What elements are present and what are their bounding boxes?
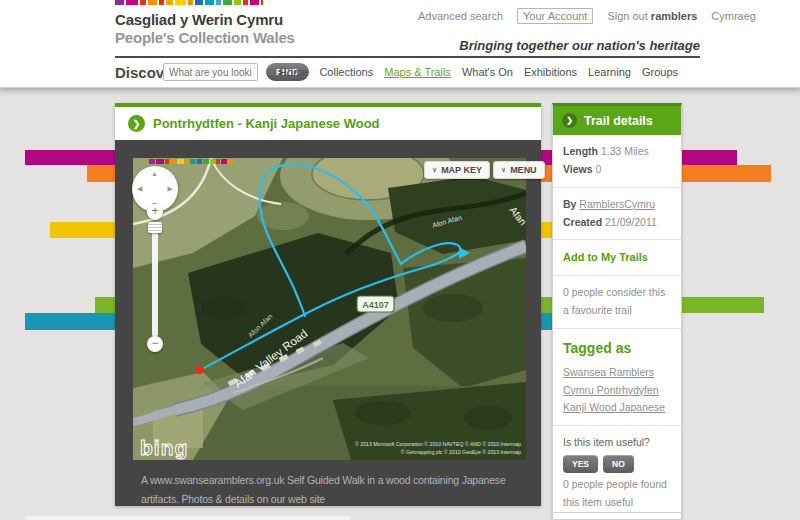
menu-label: MENU	[510, 165, 537, 175]
tagged-as-title: Tagged as	[563, 337, 671, 361]
trail-start-marker[interactable]	[196, 366, 204, 374]
your-account-link[interactable]: Your Account	[517, 8, 593, 24]
useful-no-button[interactable]: NO	[603, 455, 634, 473]
road-badge: A4107	[357, 296, 394, 312]
useful-section: Is this item useful? YESNO 0 people peop…	[553, 426, 681, 520]
next-sidebar-panel-edge	[552, 512, 682, 520]
stats-section: Length 1.33 Miles Views 0	[553, 135, 681, 188]
trail-panel: ❯ Pontrhydtfen - Kanji Japanese Wood	[115, 103, 541, 506]
map-copyright-line1: © 2013 Microsoft Corporation © 2010 NAVT…	[355, 441, 521, 447]
nav-item-collections[interactable]: Collections	[319, 66, 373, 78]
zoom-slider-track[interactable]	[152, 225, 158, 337]
nav-item-exhibitions[interactable]: Exhibitions	[524, 66, 577, 78]
trail-title: Pontrhydtfen - Kanji Japanese Wood	[153, 116, 380, 131]
zoom-in-button[interactable]: +	[147, 204, 163, 220]
map-satellite-view[interactable]: Afan Valley Road Afon Afan Afon Afan Afa…	[133, 158, 526, 460]
account-links: Advanced search Your Account Sign out ra…	[418, 8, 756, 24]
road-badge-text: A4107	[362, 300, 389, 310]
pan-up-icon[interactable]: ▲	[151, 170, 158, 177]
header-rainbow-stripe	[115, 0, 263, 5]
author-link[interactable]: RamblersCymru	[579, 198, 655, 210]
by-label: By	[563, 198, 576, 210]
map-rainbow-stripe	[149, 159, 235, 164]
map-terrain	[133, 158, 526, 460]
trail-description: A www.swansearamblers.org.uk Self Guided…	[141, 471, 533, 510]
chevron-glyph: ❯	[566, 116, 573, 125]
pan-right-icon[interactable]: ▶	[168, 185, 173, 193]
sidebar-header: ❯ Trail details	[553, 106, 681, 135]
nav-item-maps-trails[interactable]: Maps & Trails	[384, 66, 451, 78]
map-key-button[interactable]: ∨ MAP KEY	[424, 161, 490, 179]
length-row: Length 1.33 Miles	[563, 143, 671, 161]
map-menu-button[interactable]: ∨ MENU	[493, 161, 545, 179]
map-copyright-line2: © Getmapping plc © 2010 GeoEye © 2013 In…	[401, 449, 521, 455]
nav-item-whats-on[interactable]: What's On	[462, 66, 513, 78]
zoom-slider-handle[interactable]	[148, 222, 162, 233]
header-divider	[115, 56, 700, 58]
length-value: 1.33 Miles	[601, 145, 649, 157]
tag-links[interactable]: Swansea Ramblers Cymru Pontrhydyfen Kanj…	[563, 366, 665, 414]
useful-question: Is this item useful?	[563, 434, 671, 452]
pan-left-icon[interactable]: ◀	[137, 185, 142, 193]
trail-details-sidebar: ❯ Trail details Length 1.33 Miles Views …	[552, 103, 682, 520]
map-key-label: MAP KEY	[441, 165, 482, 175]
chevron-circle-icon: ❯	[128, 115, 145, 132]
next-section-edge	[25, 516, 350, 520]
site-tagline: Bringing together our nation's heritage	[340, 38, 700, 53]
views-row: Views 0	[563, 161, 671, 179]
sign-out-text: Sign out	[607, 10, 647, 22]
language-toggle-link[interactable]: Cymraeg	[711, 10, 756, 22]
length-label: Length	[563, 145, 598, 157]
author-section: By RamblersCymru Created 21/09/2011	[553, 188, 681, 241]
chevron-glyph: ❯	[133, 119, 141, 129]
main-nav: Home Collections Maps & Trails What's On…	[280, 66, 678, 78]
created-label: Created	[563, 216, 602, 228]
add-to-my-trails-link[interactable]: Add to My Trails	[563, 248, 648, 267]
signed-in-username: ramblers	[651, 10, 697, 22]
sidebar-title: Trail details	[584, 114, 653, 128]
advanced-search-link[interactable]: Advanced search	[418, 10, 503, 22]
favourite-count-text: 0 people consider this a favourite trail	[563, 286, 665, 316]
views-value: 0	[596, 163, 602, 175]
site-logo-welsh[interactable]: Casgliad y Werin Cymru	[115, 11, 283, 28]
bing-logo[interactable]: bing	[140, 436, 188, 459]
page: Casgliad y Werin Cymru People's Collecti…	[0, 0, 800, 520]
useful-yes-button[interactable]: YES	[563, 455, 598, 473]
created-value: 21/09/2011	[605, 216, 657, 228]
tags-section: Tagged as Swansea Ramblers Cymru Pontrhy…	[553, 329, 681, 426]
add-section: Add to My Trails	[553, 240, 681, 276]
created-row: Created 21/09/2011	[563, 214, 671, 232]
views-label: Views	[563, 163, 593, 175]
chevron-down-icon: ∨	[432, 166, 437, 174]
nav-item-home[interactable]: Home	[279, 66, 308, 78]
body-shade	[0, 88, 800, 98]
header-bottom-border	[0, 87, 800, 88]
favourite-section: 0 people consider this a favourite trail	[553, 276, 681, 329]
chevron-down-icon: ∨	[501, 166, 506, 174]
sign-out-link[interactable]: Sign out ramblers	[607, 10, 697, 22]
map-panel: Afan Valley Road Afon Afan Afon Afan Afa…	[115, 140, 541, 506]
site-logo-english[interactable]: People's Collection Wales	[115, 29, 295, 46]
nav-item-learning[interactable]: Learning	[588, 66, 631, 78]
author-row: By RamblersCymru	[563, 196, 671, 214]
search-input[interactable]	[163, 63, 258, 81]
zoom-out-button[interactable]: −	[147, 336, 163, 352]
chevron-circle-icon: ❯	[562, 113, 577, 128]
site-header: Casgliad y Werin Cymru People's Collecti…	[0, 0, 800, 88]
useful-count-text: 0 people people found this item useful	[563, 476, 671, 512]
trail-title-bar: ❯ Pontrhydtfen - Kanji Japanese Wood	[115, 107, 541, 140]
nav-item-groups[interactable]: Groups	[642, 66, 678, 78]
